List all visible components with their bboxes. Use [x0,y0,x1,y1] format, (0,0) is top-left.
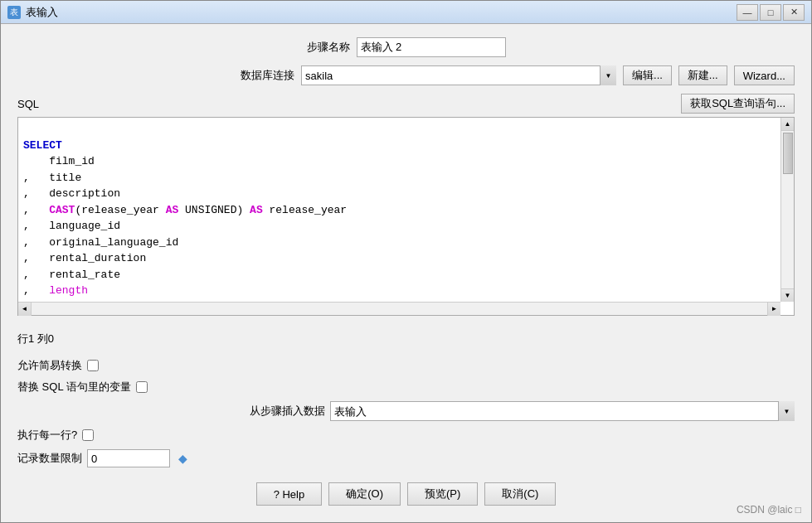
sql-editor-container: SELECT film_id , title , description , C… [17,117,795,316]
new-button[interactable]: 新建... [678,65,727,85]
sql-select-keyword: SELECT [23,139,62,152]
insert-from-select[interactable]: 表输入 [330,401,795,421]
allow-lazy-label: 允许简易转换 [17,358,82,373]
sql-label: SQL [17,98,39,110]
confirm-button[interactable]: 确定(O) [328,482,401,506]
insert-from-label: 从步骤插入数据 [250,404,325,419]
cancel-button[interactable]: 取消(C) [484,482,556,506]
replace-vars-row: 替换 SQL 语句里的变量 [17,380,795,395]
scroll-thumb[interactable] [783,133,793,174]
allow-lazy-checkbox[interactable] [87,360,99,371]
db-label: 数据库连接 [241,68,294,83]
edit-button[interactable]: 编辑... [623,65,672,85]
sql-cast-keyword: CAST [49,204,75,216]
window-icon: 表 [7,6,21,19]
bottom-buttons-area: ? Help 确定(O) 预览(P) 取消(C) [17,476,795,509]
db-select-wrapper: sakila ▼ [301,65,616,85]
sql-as-keyword1: AS [166,204,179,216]
scroll-left-button[interactable]: ◄ [18,303,32,316]
allow-lazy-row: 允许简易转换 [17,358,795,373]
sql-status: 行1 列0 [17,332,795,346]
window-title: 表输入 [26,5,737,20]
sql-content[interactable]: SELECT film_id , title , description , C… [18,118,780,315]
replace-vars-label: 替换 SQL 语句里的变量 [17,380,131,395]
window-controls: — □ ✕ [737,4,805,21]
fetch-sql-button[interactable]: 获取SQL查询语句... [681,94,795,114]
db-connection-row: 数据库连接 sakila ▼ 编辑... 新建... Wizard... [17,65,795,85]
record-limit-diamond-icon: ◆ [178,452,187,465]
close-button[interactable]: ✕ [783,4,805,21]
db-select[interactable]: sakila [301,65,616,85]
sql-editor-wrapper: SELECT film_id , title , description , C… [17,117,795,330]
minimize-button[interactable]: — [737,4,758,21]
step-name-row: 步骤名称 [17,37,795,57]
sql-section: SQL 获取SQL查询语句... SELECT film_id , title … [17,94,795,346]
replace-vars-checkbox[interactable] [136,381,148,393]
record-limit-label: 记录数量限制 [17,451,82,466]
horizontal-scrollbar[interactable]: ◄ ► [18,302,780,315]
vertical-scrollbar[interactable]: ▲ ▼ [780,118,794,302]
maximize-button[interactable]: □ [760,4,781,21]
step-name-input[interactable] [357,37,506,57]
scroll-up-button[interactable]: ▲ [781,118,794,131]
preview-button[interactable]: 预览(P) [407,482,478,506]
record-limit-row: 记录数量限制 ◆ [17,449,795,467]
sql-length-field: length [49,284,88,297]
watermark: CSDN @laic □ [737,504,801,516]
scroll-right-button[interactable]: ► [767,303,780,316]
execute-each-label: 执行每一行? [17,428,77,443]
insert-from-row: 从步骤插入数据 表输入 ▼ [17,401,795,421]
icon-char: 表 [10,7,18,18]
execute-each-checkbox[interactable] [82,429,94,441]
step-name-label: 步骤名称 [307,40,350,55]
wizard-button[interactable]: Wizard... [734,65,795,85]
title-bar: 表 表输入 — □ ✕ [1,1,811,24]
execute-each-row: 执行每一行? [17,428,795,443]
sql-as-keyword2: AS [250,204,263,216]
main-window: 表 表输入 — □ ✕ 步骤名称 数据库连接 sakila ▼ [0,0,812,523]
help-button[interactable]: ? Help [256,482,323,506]
scroll-down-button[interactable]: ▼ [781,288,794,302]
options-section: 允许简易转换 替换 SQL 语句里的变量 从步骤插入数据 表输入 ▼ [17,358,795,467]
insert-select-wrapper: 表输入 ▼ [330,401,795,421]
sql-header: SQL 获取SQL查询语句... [17,94,795,114]
record-limit-input[interactable] [87,449,170,467]
content-area: 步骤名称 数据库连接 sakila ▼ 编辑... 新建... Wizard..… [1,24,811,522]
